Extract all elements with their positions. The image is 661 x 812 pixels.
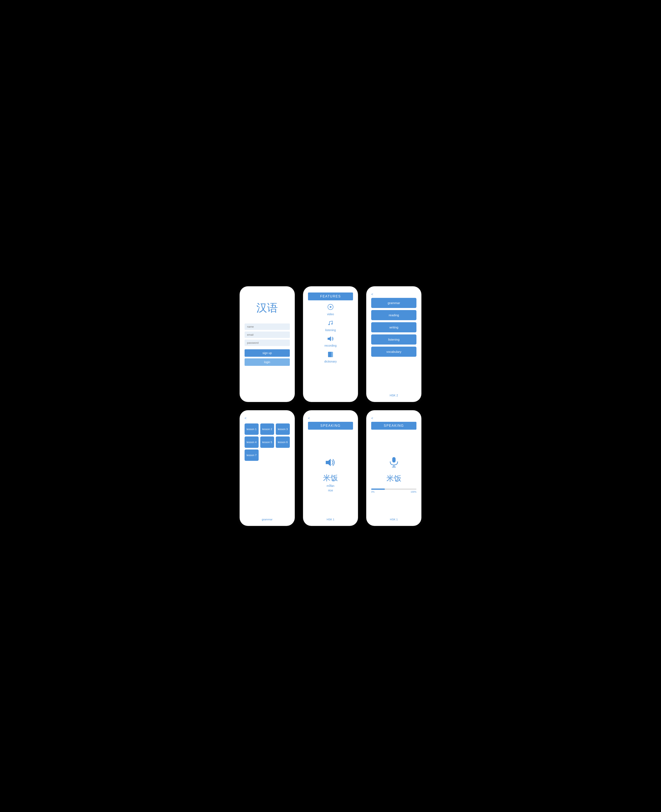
outer-container: 汉语 sign up login FEATURES video <box>232 274 429 538</box>
phone-login: 汉语 sign up login <box>239 286 295 402</box>
speaker-icon <box>327 336 334 343</box>
writing-button[interactable]: writing <box>371 322 417 332</box>
lesson-1-button[interactable]: lesson 1 <box>244 423 259 435</box>
vocabulary-button[interactable]: vocabulary <box>371 346 417 357</box>
dictionary-label: dictionary <box>324 360 337 363</box>
progress-bar-background <box>371 488 417 490</box>
hsk-label: HSK 1 <box>371 516 417 521</box>
password-input[interactable] <box>244 340 290 346</box>
email-input[interactable] <box>244 332 290 338</box>
lessons-grid: lesson 1 lesson 2 lesson 3 lesson 4 less… <box>244 423 290 461</box>
lesson-3-button[interactable]: lesson 3 <box>276 423 290 435</box>
features-header: FEATURES <box>308 292 353 300</box>
recording-label: recording <box>324 344 337 347</box>
svg-point-3 <box>331 323 332 324</box>
play-icon <box>327 304 334 312</box>
book-icon <box>327 351 334 359</box>
back-button[interactable]: < <box>371 416 417 420</box>
hsk-label: HSK 2 <box>371 392 417 397</box>
progress-bar-fill <box>371 488 385 490</box>
listening-label: listening <box>325 329 336 332</box>
chinese-word: 米饭 <box>386 474 401 483</box>
grammar-label: grammar <box>244 516 290 521</box>
chinese-word: 米饭 <box>323 473 338 483</box>
phone-features: FEATURES video lis <box>303 286 358 402</box>
input-group <box>244 324 290 346</box>
svg-marker-4 <box>327 336 331 341</box>
feature-listening[interactable]: listening <box>308 320 353 332</box>
reading-button[interactable]: reading <box>371 310 417 320</box>
svg-marker-1 <box>330 306 332 308</box>
speaking-header: SPEAKING <box>308 422 353 430</box>
phones-grid: 汉语 sign up login FEATURES video <box>239 286 422 526</box>
back-button[interactable]: < <box>244 416 290 420</box>
svg-rect-6 <box>331 352 333 357</box>
feature-recording[interactable]: recording <box>308 336 353 347</box>
english-translation: rice <box>328 488 333 492</box>
phone-speaking-listen: < SPEAKING 米饭 mǐfàn rice HSK 1 <box>303 410 358 526</box>
pinyin: mǐfàn <box>327 484 334 488</box>
app-title: 汉语 <box>244 301 290 315</box>
name-input[interactable] <box>244 324 290 330</box>
speaker-icon[interactable] <box>325 458 336 469</box>
listening-button[interactable]: listening <box>371 334 417 345</box>
progress-container: 0% 100% <box>371 488 417 493</box>
phone-speaking-mic: < SPEAKING 米饭 0% <box>366 410 422 526</box>
progress-min: 0% <box>371 491 375 493</box>
phone-lessons: < lesson 1 lesson 2 lesson 3 lesson 4 le… <box>239 410 295 526</box>
lesson-6-button[interactable]: lesson 6 <box>276 437 290 448</box>
grammar-button[interactable]: grammar <box>371 298 417 308</box>
login-button[interactable]: login <box>244 358 290 366</box>
speaking-content: 米饭 mǐfàn rice <box>308 434 353 516</box>
microphone-icon[interactable] <box>390 457 398 469</box>
lesson-4-button[interactable]: lesson 4 <box>244 437 259 448</box>
feature-dictionary[interactable]: dictionary <box>308 351 353 363</box>
feature-video[interactable]: video <box>308 304 353 316</box>
lesson-5-button[interactable]: lesson 5 <box>260 437 274 448</box>
progress-max: 100% <box>410 491 417 493</box>
lesson-2-button[interactable]: lesson 2 <box>260 423 274 435</box>
signup-button[interactable]: sign up <box>244 349 290 357</box>
svg-marker-7 <box>326 459 331 466</box>
phone-hsk-menu: < grammar reading writing listening voca… <box>366 286 422 402</box>
progress-labels: 0% 100% <box>371 491 417 493</box>
speaking-content: 米饭 0% 100% <box>371 434 417 516</box>
svg-point-2 <box>329 324 330 325</box>
speaking-header: SPEAKING <box>371 422 417 430</box>
lesson-7-button[interactable]: lesson 7 <box>244 450 259 461</box>
video-label: video <box>327 313 334 316</box>
back-button[interactable]: < <box>371 292 417 296</box>
back-button[interactable]: < <box>308 416 353 420</box>
music-icon <box>327 320 334 328</box>
hsk-label: HSK 1 <box>308 516 353 521</box>
svg-rect-8 <box>392 457 396 463</box>
